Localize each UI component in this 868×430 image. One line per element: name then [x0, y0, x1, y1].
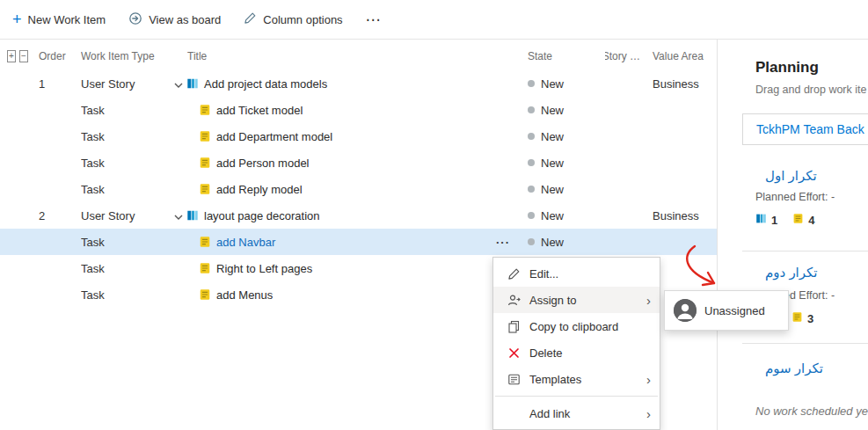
- column-options-label: Column options: [263, 13, 342, 26]
- task-icon: [199, 183, 211, 195]
- edit-icon: [506, 267, 522, 281]
- menu-item-add-link[interactable]: Add link ›: [493, 400, 660, 426]
- column-header-title[interactable]: Title: [172, 44, 524, 69]
- backlog-page: + New Work Item View as board Column opt…: [0, 0, 868, 430]
- state-dot: [528, 106, 535, 113]
- menu-item-templates[interactable]: Templates ›: [493, 366, 660, 392]
- state-label: New: [541, 130, 564, 143]
- work-item-title[interactable]: add Menus: [216, 288, 273, 302]
- value-area-cell: Business: [647, 202, 717, 229]
- type-cell: Task: [81, 176, 172, 202]
- expand-all-icon[interactable]: +: [7, 50, 16, 62]
- type-cell: Task: [81, 229, 172, 255]
- table-row[interactable]: 1 User Story Add project data models New…: [0, 70, 717, 97]
- state-dot: [528, 186, 535, 193]
- state-dot: [528, 212, 535, 219]
- column-options-button[interactable]: Column options: [244, 11, 342, 27]
- plus-icon: +: [12, 13, 22, 26]
- menu-separator: [495, 396, 658, 397]
- table-row[interactable]: Task add Person model New: [0, 149, 717, 176]
- story-count: 1: [771, 214, 777, 227]
- board-arrow-icon: [128, 11, 142, 28]
- state-label: New: [541, 104, 564, 117]
- table-row-selected[interactable]: Task add Navbar ··· New: [0, 229, 717, 255]
- type-cell: Task: [81, 149, 172, 176]
- toolbar-more-button[interactable]: ⋯: [366, 11, 382, 29]
- menu-item-copy-to-clipboard[interactable]: Copy to clipboard: [493, 313, 660, 339]
- type-cell: Task: [81, 255, 172, 281]
- divider: [742, 343, 868, 344]
- chevron-down-icon[interactable]: [174, 211, 183, 220]
- expand-collapse-toggles: + −: [0, 44, 32, 69]
- work-item-title[interactable]: Right to Left pages: [216, 262, 312, 275]
- planning-title: Planning: [755, 59, 819, 77]
- column-header-state[interactable]: State: [524, 44, 605, 69]
- planning-panel: Planning Drag and drop work ite TckhPM T…: [717, 40, 868, 430]
- task-count: 3: [807, 312, 813, 325]
- work-item-title[interactable]: Add project data models: [204, 77, 327, 91]
- state-label: New: [541, 157, 564, 170]
- task-icon: [199, 262, 211, 274]
- submenu-item-unassigned[interactable]: Unassigned: [704, 304, 765, 317]
- user-story-icon: [755, 213, 767, 227]
- task-count: 4: [808, 214, 814, 227]
- assign-to-submenu: Unassigned: [664, 290, 789, 331]
- work-item-title[interactable]: add Department model: [216, 130, 332, 143]
- task-icon: [199, 236, 211, 248]
- context-menu: Edit... Assign to › Copy to clipboard De…: [492, 257, 660, 430]
- state-dot: [528, 80, 535, 87]
- order-cell: 2: [32, 202, 81, 229]
- sprint-name-link[interactable]: تكرار دوم: [765, 265, 818, 281]
- task-icon: [199, 288, 211, 301]
- new-work-item-label: New Work Item: [28, 13, 106, 26]
- ellipsis-icon: ⋯: [366, 11, 382, 29]
- type-cell: Task: [81, 97, 172, 123]
- chevron-down-icon[interactable]: [174, 79, 183, 88]
- menu-item-assign-to[interactable]: Assign to ›: [493, 287, 660, 313]
- work-item-title[interactable]: add Navbar: [216, 236, 275, 249]
- state-dot: [528, 238, 535, 245]
- submenu-chevron-icon: ›: [646, 407, 651, 420]
- pencil-icon: [244, 11, 257, 27]
- column-header-order[interactable]: Order: [32, 44, 81, 69]
- state-label: New: [541, 209, 564, 222]
- row-context-menu-button[interactable]: ···: [496, 236, 510, 249]
- team-backlog-link[interactable]: TckhPM Team Back: [742, 113, 868, 145]
- state-label: New: [541, 236, 564, 249]
- table-row[interactable]: Task add Reply model New: [0, 176, 717, 202]
- task-icon: [199, 157, 211, 169]
- work-item-title[interactable]: add Ticket model: [216, 104, 303, 117]
- sprint-empty-note: No work scheduled yet: [755, 404, 868, 418]
- templates-icon: [506, 373, 522, 386]
- column-header-value-area[interactable]: Value Area: [647, 44, 717, 69]
- collapse-all-icon[interactable]: −: [19, 50, 28, 62]
- column-header-story-points[interactable]: Story …: [605, 44, 647, 69]
- work-item-title[interactable]: add Person model: [216, 157, 310, 170]
- value-area-cell: Business: [647, 70, 717, 97]
- type-cell: Task: [81, 281, 172, 308]
- work-item-title[interactable]: layout page decoration: [204, 209, 320, 222]
- divider: [742, 251, 868, 251]
- task-icon: [199, 104, 211, 116]
- type-cell: User Story: [81, 202, 172, 229]
- table-row[interactable]: Task add Ticket model New: [0, 97, 717, 123]
- menu-item-edit[interactable]: Edit...: [493, 260, 660, 287]
- sprint-name-link[interactable]: تكرار سوم: [765, 361, 823, 376]
- delete-icon: [506, 347, 522, 359]
- command-bar: + New Work Item View as board Column opt…: [0, 0, 868, 40]
- menu-item-delete[interactable]: Delete: [493, 339, 660, 366]
- task-icon: [791, 311, 803, 325]
- column-header-type[interactable]: Work Item Type: [81, 44, 172, 69]
- table-row[interactable]: 2 User Story layout page decoration New …: [0, 202, 717, 229]
- work-item-title[interactable]: add Reply model: [216, 183, 303, 196]
- state-dot: [528, 159, 535, 166]
- table-header: + − Order Work Item Type Title State Sto…: [0, 44, 717, 69]
- task-icon: [199, 130, 211, 142]
- view-as-board-button[interactable]: View as board: [128, 11, 221, 28]
- state-dot: [528, 133, 535, 140]
- table-row[interactable]: Task add Department model New: [0, 123, 717, 149]
- type-cell: Task: [81, 123, 172, 149]
- sprint-name-link[interactable]: تكرار اول: [765, 168, 817, 184]
- new-work-item-button[interactable]: + New Work Item: [12, 13, 106, 26]
- task-icon: [792, 213, 804, 227]
